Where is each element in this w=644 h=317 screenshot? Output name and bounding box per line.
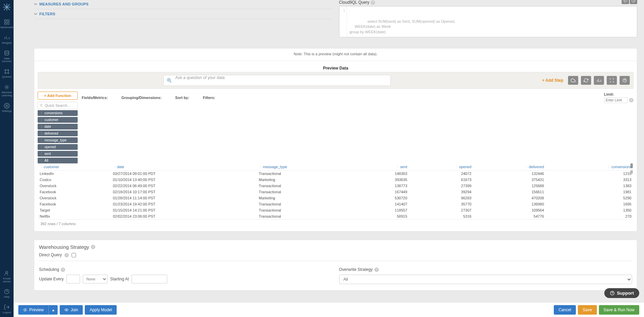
column-header[interactable]: sent xyxy=(358,163,409,171)
update-every-input[interactable] xyxy=(66,275,80,283)
preview-table: customerdatemessage_typesentopeneddelive… xyxy=(38,163,633,219)
nav-logout[interactable]: Logout xyxy=(0,301,14,317)
limit-input[interactable] xyxy=(604,97,628,103)
chevron-down-icon xyxy=(34,2,37,6)
chat-icon xyxy=(167,78,173,84)
field-pill[interactable]: All xyxy=(38,158,78,163)
svg-rect-0 xyxy=(4,20,6,21)
undo-button[interactable] xyxy=(622,0,629,4)
join-button[interactable]: Join xyxy=(60,305,83,315)
starting-at-input[interactable] xyxy=(132,275,167,283)
column-header[interactable]: date xyxy=(111,163,257,171)
svg-point-4 xyxy=(5,51,9,52)
column-header[interactable]: customer xyxy=(38,163,111,171)
ask-input[interactable]: Ask a question of your data xyxy=(163,75,391,86)
table-row[interactable]: Costco01/10/2014 13:40:00 PSTMarketing39… xyxy=(38,177,633,183)
logo-icon xyxy=(2,3,11,12)
nav-help[interactable]: Help xyxy=(0,286,14,301)
save-button[interactable]: Save xyxy=(578,305,597,315)
column-header[interactable]: message_type xyxy=(257,163,358,171)
vertical-scrollbar[interactable] xyxy=(630,170,633,174)
column-header[interactable]: opened xyxy=(409,163,473,171)
help-icon[interactable]: ? xyxy=(374,268,379,272)
table-row[interactable]: Netflix02/02/2014 23:06:00 PSTTransactio… xyxy=(38,213,633,219)
scheduling-title: Scheduling xyxy=(39,267,59,272)
apply-model-button[interactable]: Apply Model xyxy=(85,305,117,315)
direct-query-row: Direct Query ? xyxy=(39,253,632,257)
nav-admin[interactable]: Knowi Admin xyxy=(0,268,14,286)
svg-point-9 xyxy=(6,86,8,88)
preview-title: Preview Data xyxy=(34,64,637,72)
search-icon xyxy=(40,104,43,107)
svg-point-19 xyxy=(66,309,68,311)
label-limit: Limit: xyxy=(604,92,633,96)
warehousing-title: Warehousing Strategy? xyxy=(39,244,632,250)
collapse-measures[interactable]: MEASURES AND GROUPS xyxy=(34,0,332,8)
nav-queries[interactable]: Queries xyxy=(0,66,14,81)
help-button[interactable] xyxy=(620,76,630,85)
svg-rect-1 xyxy=(7,20,9,21)
nav-settings[interactable]: Settings xyxy=(0,100,14,116)
chart-button[interactable] xyxy=(594,76,604,85)
table-row[interactable]: Target01/15/2014 14:21:00 PSTTransaction… xyxy=(38,207,633,213)
table-row[interactable]: LinkedIn03/27/2014 09:01:00 PDTTransacti… xyxy=(38,171,633,177)
svg-point-8 xyxy=(8,73,9,74)
preview-button[interactable]: Preview xyxy=(18,305,48,315)
svg-point-10 xyxy=(6,105,8,106)
svg-rect-3 xyxy=(7,23,9,24)
expand-button[interactable] xyxy=(607,76,617,85)
redo-button[interactable] xyxy=(630,0,637,4)
collapse-filters[interactable]: FILTERS xyxy=(34,10,332,18)
field-pill[interactable]: message_type xyxy=(38,137,78,143)
help-icon[interactable]: ? xyxy=(629,98,633,102)
svg-point-7 xyxy=(5,73,6,74)
chevron-down-icon xyxy=(34,12,37,16)
table-row[interactable]: Overstock01/28/2014 11:14:00 PSTMarketin… xyxy=(38,195,633,201)
field-pill[interactable]: customer xyxy=(38,117,78,123)
add-step-button[interactable]: + Add Step xyxy=(542,78,563,83)
overwrite-select[interactable]: All xyxy=(339,275,632,284)
direct-query-checkbox[interactable] xyxy=(72,253,76,257)
column-header[interactable]: delivered xyxy=(473,163,546,171)
eye-icon xyxy=(23,308,27,312)
table-row[interactable]: Overstock02/22/2014 06:49:00 PSTTransact… xyxy=(38,183,633,189)
preview-dropdown[interactable]: ▴ xyxy=(48,305,58,315)
nav-datasources[interactable]: Data sources xyxy=(0,47,14,66)
preview-note: Note: This is a preview (might not conta… xyxy=(34,51,637,57)
footer-bar: Preview ▴ Join Apply Model Cancel Save S… xyxy=(14,302,644,317)
field-pill[interactable]: date xyxy=(38,124,78,130)
refresh-button[interactable] xyxy=(581,76,591,85)
table-footer: 392 rows / 7 columns xyxy=(38,219,633,228)
table-row[interactable]: Facebook02/18/2014 10:17:00 PSTTransacti… xyxy=(38,189,633,195)
svg-point-15 xyxy=(40,104,42,106)
nav-ml[interactable]: Machine Learning xyxy=(0,81,14,100)
field-pill[interactable]: opened xyxy=(38,144,78,150)
svg-point-6 xyxy=(8,70,9,71)
support-button[interactable]: Support xyxy=(604,288,639,298)
svg-point-5 xyxy=(5,70,6,71)
nav-widgets[interactable]: Widgets xyxy=(0,32,14,47)
field-pill[interactable]: conversions xyxy=(38,110,78,116)
label-fields: Fields/Metrics: xyxy=(82,96,108,100)
cloud9-label: Cloud9QL Query ? xyxy=(339,0,638,5)
label-sort: Sort by: xyxy=(175,96,190,100)
cloud-button[interactable] xyxy=(568,76,578,85)
svg-point-17 xyxy=(25,309,26,310)
help-icon[interactable]: ? xyxy=(371,0,375,5)
help-icon[interactable]: ? xyxy=(64,253,69,257)
help-icon[interactable]: ? xyxy=(61,268,65,272)
update-unit-select[interactable]: None xyxy=(83,275,108,283)
cancel-button[interactable]: Cancel xyxy=(554,305,576,315)
add-function-button[interactable]: + Add Function xyxy=(38,92,78,100)
help-icon[interactable]: ? xyxy=(91,245,95,249)
column-header[interactable]: conversions xyxy=(546,163,633,171)
quick-search-input[interactable]: Quick Search... xyxy=(38,102,78,109)
overwrite-title: Overwrite Strategy xyxy=(339,267,373,272)
field-pill[interactable]: delivered xyxy=(38,131,78,136)
cloud9-editor[interactable]: 1 select SUM(sent) as Sent, SUM(opened) … xyxy=(339,6,638,37)
table-row[interactable]: Facebook01/23/2014 19:42:00 PSTTransacti… xyxy=(38,201,633,207)
help-icon xyxy=(610,291,615,296)
nav-dashboards[interactable]: Dashboards xyxy=(0,16,14,32)
save-run-button[interactable]: Save & Run Now xyxy=(599,305,639,315)
field-pill[interactable]: sent xyxy=(38,151,78,157)
